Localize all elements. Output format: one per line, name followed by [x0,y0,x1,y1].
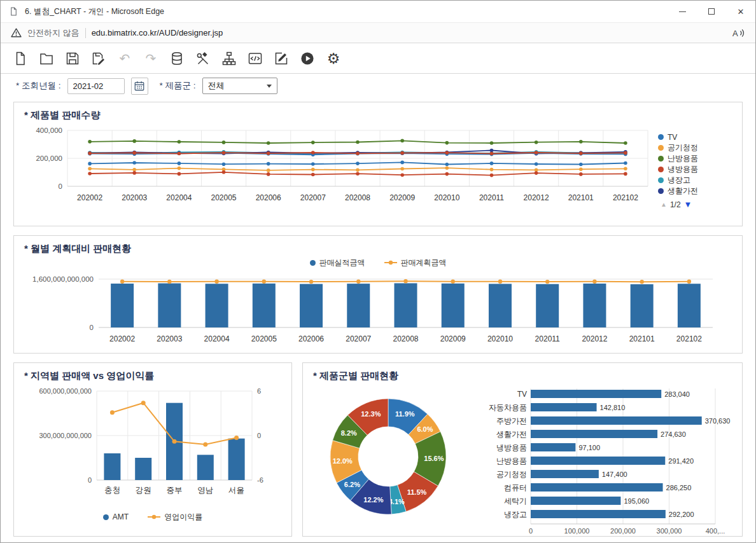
svg-text:자동차용품: 자동차용품 [489,403,527,412]
svg-text:300,000: 300,000 [657,527,682,535]
svg-text:202011: 202011 [535,334,560,343]
svg-text:147,400: 147,400 [602,471,627,478]
legend-label: 영업이익률 [164,512,202,523]
save-button[interactable] [64,50,81,67]
save-as-button[interactable] [90,50,107,67]
calendar-icon [134,80,145,92]
database-icon [169,51,185,66]
filter-bar: * 조회년월 : * 제품군 : 전체 [1,74,755,98]
browser-window: 6. 별첨_CHART - 개인 - Microsoft Edge ✕ 안전하지… [0,0,756,543]
security-label[interactable]: 안전하지 않음 [27,27,80,39]
legend-marker [310,260,316,266]
security-warning-icon[interactable] [11,28,22,38]
product-select[interactable]: 전체 [202,78,277,94]
svg-text:11.5%: 11.5% [407,488,427,496]
date-input[interactable] [67,78,125,94]
legend-item[interactable]: 판매실적금액 [310,258,365,268]
product-group-bar-chart[interactable]: 0100,000200,000300,000400,...TV283,040자동… [472,385,734,537]
product-group-donut-chart[interactable]: 11.9%6.0%15.6%11.5%4.1%12.2%6.2%12.0%8.2… [314,385,462,528]
svg-text:202002: 202002 [77,193,102,202]
maximize-icon [708,8,715,15]
legend-item[interactable]: 생활가전 [658,186,736,196]
svg-text:1,600,000,000,000: 1,600,000,000,000 [32,275,94,283]
svg-text:202009: 202009 [440,334,466,343]
open-folder-button[interactable] [38,50,55,67]
read-aloud-icon[interactable]: A [732,28,745,38]
svg-text:200,000: 200,000 [610,527,636,535]
svg-text:냉방용품: 냉방용품 [496,443,527,452]
legend-marker [658,134,664,140]
svg-text:300,000,000,000: 300,000,000,000 [39,432,92,439]
redo-button[interactable]: ↷ [143,50,159,67]
legend-pager: ▲ 1/2 ▼ [654,200,736,209]
svg-text:6.0%: 6.0% [417,425,433,433]
chart-legend: AMT영업이익률 [14,511,291,523]
legend-item[interactable]: TV [658,132,736,142]
svg-text:202102: 202102 [676,334,702,343]
svg-text:11.9%: 11.9% [395,410,415,418]
edit-icon [274,51,289,66]
svg-text:202005: 202005 [251,334,277,343]
edit-button[interactable] [273,50,290,67]
code-button[interactable] [247,50,263,67]
address-bar[interactable]: 안전하지 않음 edu.bimatrix.co.kr/AUD/designer.… [1,22,755,43]
legend-item[interactable]: 냉방용품 [658,164,736,175]
window-controls: ✕ [668,1,755,22]
legend-page-up-icon[interactable]: ▲ [661,201,667,208]
svg-text:8.2%: 8.2% [341,429,357,437]
build-button[interactable] [195,50,211,67]
close-icon: ✕ [738,7,745,17]
svg-text:-6: -6 [257,476,263,484]
svg-text:15.6%: 15.6% [424,455,444,462]
legend-item[interactable]: 판매계획금액 [384,258,447,268]
maximize-button[interactable] [697,1,726,22]
svg-text:냉장고: 냉장고 [504,510,527,519]
sitemap-icon [221,51,237,66]
svg-text:202102: 202102 [613,193,638,202]
legend-label: 냉장고 [668,175,690,186]
legend-marker [658,145,664,151]
redo-icon: ↷ [146,51,157,66]
svg-text:202005: 202005 [211,193,237,202]
new-document-icon [13,51,28,66]
svg-text:97,100: 97,100 [578,444,600,451]
legend-item[interactable]: AMT [103,512,129,523]
legend-item[interactable]: 영업이익률 [148,512,202,523]
legend-page-down-icon[interactable]: ▼ [684,200,692,209]
product-qty-line-chart[interactable]: 0200,000400,0002020022020032020042020052… [17,123,654,212]
url-text[interactable]: edu.bimatrix.co.kr/AUD/designer.jsp [92,28,223,38]
legend-marker [658,177,664,183]
legend-item[interactable]: 공기청정 [658,142,736,153]
svg-text:291,420: 291,420 [668,457,694,465]
page-favicon-icon [9,6,19,17]
legend-item[interactable]: 세탁기 [658,196,736,198]
svg-text:202007: 202007 [346,334,371,343]
undo-button[interactable]: ↶ [116,50,133,67]
code-icon [248,51,263,66]
new-document-button[interactable] [12,50,29,67]
monthly-plan-combo-chart[interactable]: 01,600,000,000,0002020022020032020042020… [19,269,734,352]
svg-text:292,200: 292,200 [669,511,694,518]
svg-text:202101: 202101 [568,193,594,202]
svg-text:202008: 202008 [393,334,418,343]
legend-item[interactable]: 난방용품 [658,153,736,164]
legend-marker [658,167,664,172]
svg-text:공기청정: 공기청정 [496,470,527,479]
svg-text:중부: 중부 [167,486,183,495]
svg-text:강원: 강원 [136,486,151,495]
region-combo-chart[interactable]: 0300,000,000,000600,000,000,000-606충청강원중… [19,383,276,511]
close-button[interactable]: ✕ [726,1,755,22]
sitemap-button[interactable] [221,50,237,67]
svg-text:202012: 202012 [582,334,607,343]
svg-text:세탁기: 세탁기 [504,497,527,505]
svg-text:202002: 202002 [109,334,135,343]
svg-text:274,630: 274,630 [661,430,686,438]
calendar-button[interactable] [131,78,148,95]
run-button[interactable] [299,50,316,67]
settings-button[interactable]: ⚙ [325,50,342,67]
database-button[interactable] [169,50,185,67]
legend-item[interactable]: 냉장고 [658,175,736,186]
title-bar: 6. 별첨_CHART - 개인 - Microsoft Edge ✕ [1,1,755,22]
minimize-button[interactable] [668,1,697,22]
legend-label: 냉방용품 [668,164,698,175]
